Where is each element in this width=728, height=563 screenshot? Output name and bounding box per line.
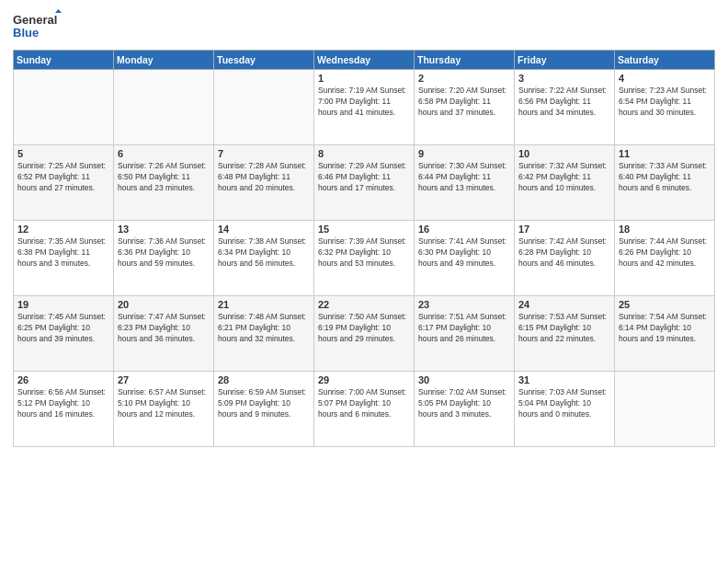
day-info: Sunrise: 7:45 AM Sunset: 6:25 PM Dayligh… xyxy=(17,312,109,345)
week-row-3: 19Sunrise: 7:45 AM Sunset: 6:25 PM Dayli… xyxy=(14,296,715,372)
day-number: 3 xyxy=(518,73,610,84)
day-number: 19 xyxy=(17,299,109,310)
day-number: 12 xyxy=(17,224,109,235)
day-info: Sunrise: 7:39 AM Sunset: 6:32 PM Dayligh… xyxy=(318,236,410,270)
calendar-cell: 20Sunrise: 7:47 AM Sunset: 6:23 PM Dayli… xyxy=(114,296,214,372)
calendar-cell: 17Sunrise: 7:42 AM Sunset: 6:28 PM Dayli… xyxy=(515,221,615,296)
calendar-cell: 15Sunrise: 7:39 AM Sunset: 6:32 PM Dayli… xyxy=(314,221,415,296)
page: General Blue SundayMondayTuesdayWednesda… xyxy=(0,0,728,563)
day-number: 30 xyxy=(418,374,510,385)
calendar-cell: 8Sunrise: 7:29 AM Sunset: 6:46 PM Daylig… xyxy=(314,145,415,221)
day-info: Sunrise: 6:57 AM Sunset: 5:10 PM Dayligh… xyxy=(118,387,210,420)
calendar-cell: 9Sunrise: 7:30 AM Sunset: 6:44 PM Daylig… xyxy=(415,145,515,221)
logo: General Blue xyxy=(13,9,63,44)
day-info: Sunrise: 7:48 AM Sunset: 6:21 PM Dayligh… xyxy=(218,312,310,345)
day-info: Sunrise: 7:25 AM Sunset: 6:52 PM Dayligh… xyxy=(17,161,109,194)
calendar-cell: 23Sunrise: 7:51 AM Sunset: 6:17 PM Dayli… xyxy=(415,296,515,372)
day-number: 14 xyxy=(218,224,310,235)
day-info: Sunrise: 7:44 AM Sunset: 6:26 PM Dayligh… xyxy=(619,236,711,270)
calendar-cell: 10Sunrise: 7:32 AM Sunset: 6:42 PM Dayli… xyxy=(515,145,615,221)
day-number: 5 xyxy=(17,148,109,159)
week-row-1: 5Sunrise: 7:25 AM Sunset: 6:52 PM Daylig… xyxy=(14,145,715,221)
calendar-cell: 25Sunrise: 7:54 AM Sunset: 6:14 PM Dayli… xyxy=(615,296,715,372)
calendar-cell: 16Sunrise: 7:41 AM Sunset: 6:30 PM Dayli… xyxy=(415,221,515,296)
day-number: 10 xyxy=(518,148,610,159)
calendar-cell: 21Sunrise: 7:48 AM Sunset: 6:21 PM Dayli… xyxy=(214,296,314,372)
calendar-cell: 27Sunrise: 6:57 AM Sunset: 5:10 PM Dayli… xyxy=(114,372,214,447)
calendar-cell: 11Sunrise: 7:33 AM Sunset: 6:40 PM Dayli… xyxy=(615,145,715,221)
calendar-cell: 1Sunrise: 7:19 AM Sunset: 7:00 PM Daylig… xyxy=(314,70,415,145)
day-info: Sunrise: 7:30 AM Sunset: 6:44 PM Dayligh… xyxy=(418,161,510,194)
logo-svg: General Blue xyxy=(13,9,63,44)
day-number: 16 xyxy=(418,224,510,235)
day-number: 17 xyxy=(518,224,610,235)
calendar-cell: 30Sunrise: 7:02 AM Sunset: 5:05 PM Dayli… xyxy=(415,372,515,447)
day-number: 6 xyxy=(118,148,210,159)
header: General Blue xyxy=(13,9,715,44)
calendar-cell xyxy=(114,70,214,145)
day-info: Sunrise: 7:32 AM Sunset: 6:42 PM Dayligh… xyxy=(518,161,610,194)
calendar-cell: 26Sunrise: 6:56 AM Sunset: 5:12 PM Dayli… xyxy=(14,372,114,447)
col-header-monday: Monday xyxy=(114,51,214,70)
day-number: 28 xyxy=(218,374,310,385)
day-number: 4 xyxy=(619,73,711,84)
calendar-cell: 14Sunrise: 7:38 AM Sunset: 6:34 PM Dayli… xyxy=(214,221,314,296)
day-info: Sunrise: 7:33 AM Sunset: 6:40 PM Dayligh… xyxy=(619,161,711,194)
day-number: 22 xyxy=(318,299,410,310)
calendar-cell: 31Sunrise: 7:03 AM Sunset: 5:04 PM Dayli… xyxy=(515,372,615,447)
week-row-0: 1Sunrise: 7:19 AM Sunset: 7:00 PM Daylig… xyxy=(14,70,715,145)
day-info: Sunrise: 6:56 AM Sunset: 5:12 PM Dayligh… xyxy=(17,387,109,420)
day-number: 20 xyxy=(118,299,210,310)
day-info: Sunrise: 7:00 AM Sunset: 5:07 PM Dayligh… xyxy=(318,387,410,420)
day-info: Sunrise: 7:38 AM Sunset: 6:34 PM Dayligh… xyxy=(218,236,310,270)
day-info: Sunrise: 7:29 AM Sunset: 6:46 PM Dayligh… xyxy=(318,161,410,194)
day-number: 13 xyxy=(118,224,210,235)
calendar-header-row: SundayMondayTuesdayWednesdayThursdayFrid… xyxy=(14,51,715,70)
calendar-cell: 6Sunrise: 7:26 AM Sunset: 6:50 PM Daylig… xyxy=(114,145,214,221)
col-header-friday: Friday xyxy=(515,51,615,70)
day-number: 11 xyxy=(619,148,711,159)
calendar-cell xyxy=(214,70,314,145)
day-number: 31 xyxy=(518,374,610,385)
svg-marker-2 xyxy=(55,9,62,13)
calendar-cell: 4Sunrise: 7:23 AM Sunset: 6:54 PM Daylig… xyxy=(615,70,715,145)
svg-text:General: General xyxy=(13,13,57,27)
day-number: 15 xyxy=(318,224,410,235)
day-number: 1 xyxy=(318,73,410,84)
calendar-cell: 12Sunrise: 7:35 AM Sunset: 6:38 PM Dayli… xyxy=(14,221,114,296)
day-info: Sunrise: 7:36 AM Sunset: 6:36 PM Dayligh… xyxy=(118,236,210,270)
day-info: Sunrise: 7:19 AM Sunset: 7:00 PM Dayligh… xyxy=(318,86,410,119)
day-number: 21 xyxy=(218,299,310,310)
col-header-wednesday: Wednesday xyxy=(314,51,415,70)
calendar-cell: 13Sunrise: 7:36 AM Sunset: 6:36 PM Dayli… xyxy=(114,221,214,296)
calendar-cell: 28Sunrise: 6:59 AM Sunset: 5:09 PM Dayli… xyxy=(214,372,314,447)
day-info: Sunrise: 7:02 AM Sunset: 5:05 PM Dayligh… xyxy=(418,387,510,420)
day-info: Sunrise: 7:51 AM Sunset: 6:17 PM Dayligh… xyxy=(418,312,510,345)
day-info: Sunrise: 7:50 AM Sunset: 6:19 PM Dayligh… xyxy=(318,312,410,345)
day-info: Sunrise: 7:22 AM Sunset: 6:56 PM Dayligh… xyxy=(518,86,610,119)
calendar-cell: 19Sunrise: 7:45 AM Sunset: 6:25 PM Dayli… xyxy=(14,296,114,372)
day-info: Sunrise: 7:26 AM Sunset: 6:50 PM Dayligh… xyxy=(118,161,210,194)
day-info: Sunrise: 7:28 AM Sunset: 6:48 PM Dayligh… xyxy=(218,161,310,194)
day-info: Sunrise: 7:42 AM Sunset: 6:28 PM Dayligh… xyxy=(518,236,610,270)
day-number: 8 xyxy=(318,148,410,159)
calendar-cell: 29Sunrise: 7:00 AM Sunset: 5:07 PM Dayli… xyxy=(314,372,415,447)
calendar-cell: 24Sunrise: 7:53 AM Sunset: 6:15 PM Dayli… xyxy=(515,296,615,372)
calendar-cell: 5Sunrise: 7:25 AM Sunset: 6:52 PM Daylig… xyxy=(14,145,114,221)
day-info: Sunrise: 7:47 AM Sunset: 6:23 PM Dayligh… xyxy=(118,312,210,345)
calendar-cell xyxy=(615,372,715,447)
day-number: 26 xyxy=(17,374,109,385)
day-info: Sunrise: 7:54 AM Sunset: 6:14 PM Dayligh… xyxy=(619,312,711,345)
day-number: 23 xyxy=(418,299,510,310)
svg-text:Blue: Blue xyxy=(13,26,39,40)
week-row-2: 12Sunrise: 7:35 AM Sunset: 6:38 PM Dayli… xyxy=(14,221,715,296)
col-header-sunday: Sunday xyxy=(14,51,114,70)
calendar-table: SundayMondayTuesdayWednesdayThursdayFrid… xyxy=(13,50,715,447)
day-info: Sunrise: 7:03 AM Sunset: 5:04 PM Dayligh… xyxy=(518,387,610,420)
week-row-4: 26Sunrise: 6:56 AM Sunset: 5:12 PM Dayli… xyxy=(14,372,715,447)
day-info: Sunrise: 7:41 AM Sunset: 6:30 PM Dayligh… xyxy=(418,236,510,270)
day-number: 25 xyxy=(619,299,711,310)
day-number: 9 xyxy=(418,148,510,159)
day-number: 7 xyxy=(218,148,310,159)
calendar-cell: 18Sunrise: 7:44 AM Sunset: 6:26 PM Dayli… xyxy=(615,221,715,296)
